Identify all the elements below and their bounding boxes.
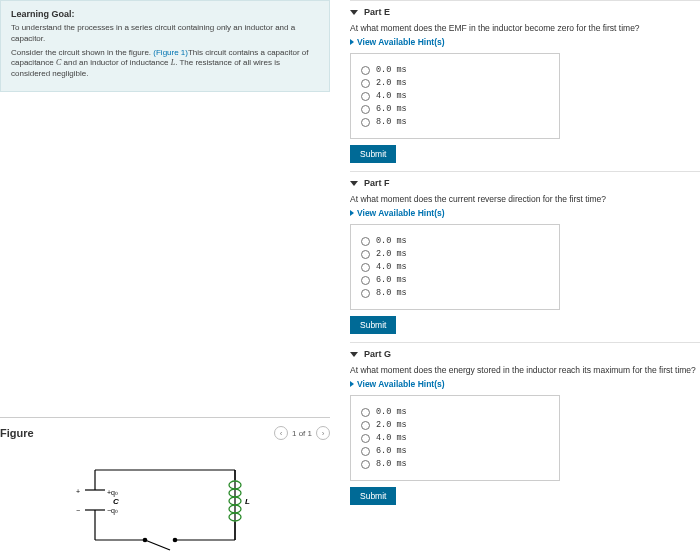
caret-down-icon [350, 10, 358, 15]
option-row[interactable]: 0.0 ms [361, 236, 549, 246]
part-g: Part G At what moment does the energy st… [350, 342, 700, 513]
label-qplus: +q₀ [107, 489, 118, 497]
figure-section: Figure ‹ 1 of 1 › + − +q₀ [0, 417, 330, 560]
svg-text:−: − [76, 507, 80, 514]
part-e-header[interactable]: Part E [350, 7, 700, 17]
submit-button[interactable]: Submit [350, 316, 396, 334]
part-e-title: Part E [364, 7, 390, 17]
part-f-title: Part F [364, 178, 390, 188]
option-row[interactable]: 6.0 ms [361, 446, 549, 456]
figure-counter: 1 of 1 [292, 429, 312, 438]
option-row[interactable]: 0.0 ms [361, 407, 549, 417]
caret-down-icon [350, 352, 358, 357]
label-c: C [113, 497, 119, 506]
radio-input[interactable] [361, 408, 370, 417]
hints-link[interactable]: View Available Hint(s) [350, 208, 700, 218]
part-e: Part E At what moment does the EMF in th… [350, 0, 700, 171]
triangle-right-icon [350, 39, 354, 45]
submit-button[interactable]: Submit [350, 487, 396, 505]
svg-line-17 [145, 540, 170, 550]
option-row[interactable]: 8.0 ms [361, 288, 549, 298]
hints-link[interactable]: View Available Hint(s) [350, 37, 700, 47]
caret-down-icon [350, 181, 358, 186]
figure-canvas: + − +q₀ −q₀ C L [0, 450, 330, 560]
radio-input[interactable] [361, 447, 370, 456]
figure-nav: ‹ 1 of 1 › [274, 426, 330, 440]
option-row[interactable]: 6.0 ms [361, 275, 549, 285]
radio-input[interactable] [361, 276, 370, 285]
answer-box: 0.0 ms 2.0 ms 4.0 ms 6.0 ms 8.0 ms [350, 395, 560, 481]
submit-button[interactable]: Submit [350, 145, 396, 163]
radio-input[interactable] [361, 118, 370, 127]
radio-input[interactable] [361, 105, 370, 114]
option-row[interactable]: 4.0 ms [361, 433, 549, 443]
learning-goal-title: Learning Goal: [11, 9, 319, 19]
option-row[interactable]: 2.0 ms [361, 78, 549, 88]
radio-input[interactable] [361, 434, 370, 443]
label-l: L [245, 497, 250, 506]
figure-title: Figure [0, 427, 34, 439]
radio-input[interactable] [361, 250, 370, 259]
radio-input[interactable] [361, 263, 370, 272]
figure-prev-button[interactable]: ‹ [274, 426, 288, 440]
inductor-icon [229, 470, 241, 540]
part-f-header[interactable]: Part F [350, 178, 700, 188]
option-row[interactable]: 4.0 ms [361, 262, 549, 272]
radio-input[interactable] [361, 289, 370, 298]
radio-input[interactable] [361, 92, 370, 101]
figure-next-button[interactable]: › [316, 426, 330, 440]
part-e-question: At what moment does the EMF in the induc… [350, 23, 700, 33]
part-f: Part F At what moment does the current r… [350, 171, 700, 342]
radio-input[interactable] [361, 421, 370, 430]
answer-box: 0.0 ms 2.0 ms 4.0 ms 6.0 ms 8.0 ms [350, 224, 560, 310]
hints-link[interactable]: View Available Hint(s) [350, 379, 700, 389]
figure-link[interactable]: (Figure 1) [153, 48, 188, 57]
radio-input[interactable] [361, 79, 370, 88]
option-row[interactable]: 8.0 ms [361, 117, 549, 127]
triangle-right-icon [350, 381, 354, 387]
radio-input[interactable] [361, 460, 370, 469]
learning-goal-line2: Consider the circuit shown in the figure… [11, 48, 319, 80]
radio-input[interactable] [361, 66, 370, 75]
part-g-header[interactable]: Part G [350, 349, 700, 359]
radio-input[interactable] [361, 237, 370, 246]
answer-box: 0.0 ms 2.0 ms 4.0 ms 6.0 ms 8.0 ms [350, 53, 560, 139]
label-qminus: −q₀ [107, 507, 118, 515]
svg-text:+: + [76, 488, 80, 495]
option-row[interactable]: 0.0 ms [361, 65, 549, 75]
option-row[interactable]: 4.0 ms [361, 91, 549, 101]
option-row[interactable]: 2.0 ms [361, 420, 549, 430]
part-f-question: At what moment does the current reverse … [350, 194, 700, 204]
option-row[interactable]: 2.0 ms [361, 249, 549, 259]
part-g-title: Part G [364, 349, 391, 359]
learning-goal-line1: To understand the processes in a series … [11, 23, 319, 45]
option-row[interactable]: 8.0 ms [361, 459, 549, 469]
option-row[interactable]: 6.0 ms [361, 104, 549, 114]
learning-goal-box: Learning Goal: To understand the process… [0, 0, 330, 92]
triangle-right-icon [350, 210, 354, 216]
part-g-question: At what moment does the energy stored in… [350, 365, 700, 375]
circuit-diagram: + − +q₀ −q₀ C L [55, 450, 275, 560]
